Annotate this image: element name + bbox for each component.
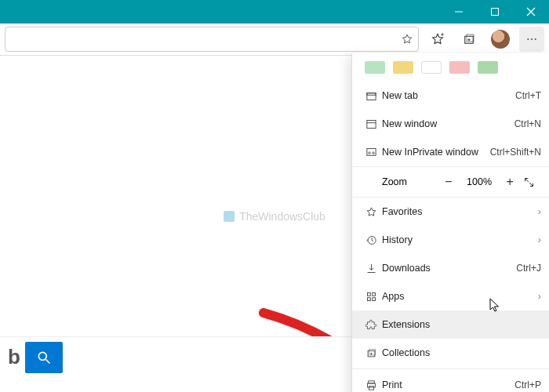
inprivate-icon [360,147,382,158]
menu-label: New tab [382,90,515,101]
menu-shortcut: Ctrl+Shift+N [490,147,541,158]
print-icon [360,379,382,391]
svg-rect-25 [372,292,375,296]
menu-shortcut: Ctrl+P [514,379,541,390]
svg-point-12 [535,38,536,40]
svg-rect-20 [366,148,375,155]
history-icon [360,234,382,246]
svg-point-21 [368,151,370,154]
menu-shortcut: Ctrl+N [514,118,541,129]
svg-point-11 [531,38,533,40]
menu-shortcut: Ctrl+J [516,263,541,274]
svg-rect-17 [366,93,375,95]
svg-rect-29 [369,349,376,355]
minimize-button[interactable] [441,0,477,24]
watermark-logo-icon [224,211,235,222]
menu-label: New window [382,118,514,129]
zoom-value: 100% [462,176,497,187]
menu-new-tab[interactable]: New tab Ctrl+T [352,82,549,110]
menu-downloads[interactable]: Downloads Ctrl+J [352,254,549,282]
watermark-text: TheWindowsClub [239,210,325,223]
collections-menu-icon [360,347,382,359]
svg-rect-18 [366,120,375,128]
collections-icon[interactable] [456,27,482,52]
cursor-icon [489,298,502,314]
menu-favorites[interactable]: Favorites › [352,198,549,226]
menu-label: Downloads [382,263,516,274]
zoom-row: Zoom − 100% + [352,166,549,198]
fullscreen-button[interactable] [523,176,549,188]
theme-swatch[interactable] [365,61,385,74]
favorites-star-plus-icon[interactable] [425,27,450,52]
svg-rect-1 [492,9,499,16]
puzzle-icon [360,319,382,331]
star-icon [360,206,382,218]
svg-rect-32 [368,380,374,383]
menu-new-window[interactable]: New window Ctrl+N [352,110,549,138]
favorite-star-icon[interactable] [401,33,413,45]
menu-label: Extensions [382,319,541,330]
svg-line-15 [45,359,49,363]
svg-rect-24 [367,292,370,296]
menu-print[interactable]: Print Ctrl+P [352,371,549,392]
svg-rect-34 [369,386,373,389]
menu-label: History [382,234,538,245]
menu-label: Collections [382,347,541,358]
title-bar [0,0,549,24]
more-button[interactable] [519,27,544,52]
menu-label: Apps [382,291,538,302]
chevron-right-icon: › [538,206,541,217]
zoom-out-button[interactable]: − [435,175,461,189]
menu-label: New InPrivate window [382,147,490,158]
svg-point-10 [527,38,529,40]
menu-label: Print [382,379,514,390]
search-button[interactable] [25,342,63,373]
maximize-button[interactable] [477,0,513,24]
theme-swatch[interactable] [449,61,470,74]
theme-swatch[interactable] [478,61,498,74]
chevron-right-icon: › [538,234,541,245]
new-tab-icon [360,90,382,102]
menu-inprivate[interactable]: New InPrivate window Ctrl+Shift+N [352,138,549,166]
zoom-label: Zoom [382,176,435,187]
svg-rect-27 [372,297,375,300]
chevron-right-icon: › [538,291,541,302]
svg-point-22 [372,151,374,154]
menu-label: Favorites [382,206,538,217]
apps-icon [360,291,382,303]
menu-collections[interactable]: Collections [352,339,549,367]
settings-menu: New tab Ctrl+T New window Ctrl+N New InP… [351,53,549,392]
menu-apps[interactable]: Apps › [352,282,549,310]
bing-logo-icon: b [8,345,20,369]
svg-rect-26 [367,297,370,300]
theme-swatch[interactable] [421,61,442,74]
watermark: TheWindowsClub [224,210,325,223]
svg-rect-7 [467,34,474,42]
menu-history[interactable]: History › [352,226,549,254]
zoom-in-button[interactable]: + [497,175,523,189]
address-bar[interactable] [5,27,419,52]
svg-point-14 [38,352,46,360]
close-button[interactable] [513,0,549,24]
new-window-icon [360,118,382,130]
profile-avatar[interactable] [488,27,513,52]
theme-swatches [352,58,549,82]
toolbar [0,24,549,55]
menu-extensions[interactable]: Extensions [352,310,549,339]
menu-shortcut: Ctrl+T [515,90,541,101]
svg-rect-16 [366,93,375,100]
theme-swatch[interactable] [393,61,413,74]
download-icon [360,263,382,274]
